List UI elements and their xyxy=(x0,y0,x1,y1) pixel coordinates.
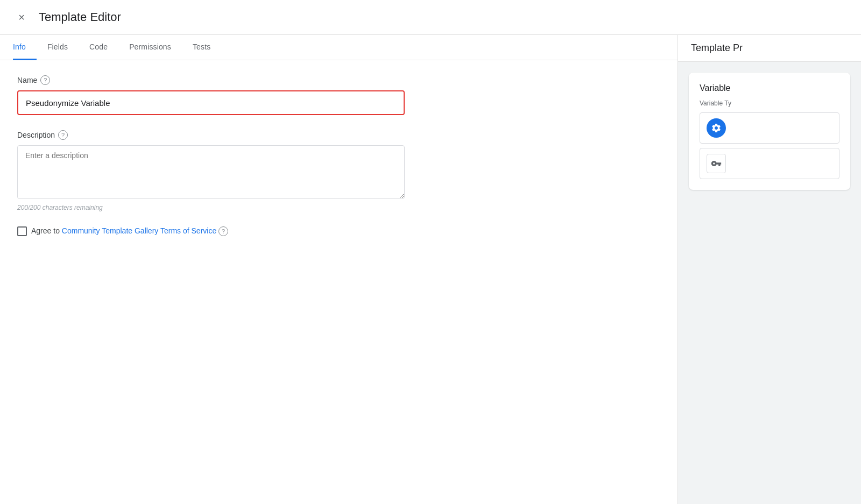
name-label-text: Name xyxy=(17,76,37,84)
variable-title: Variable xyxy=(700,83,839,93)
description-label-text: Description xyxy=(17,131,55,139)
tab-permissions[interactable]: Permissions xyxy=(118,35,182,60)
right-panel-title-text: Template Pr xyxy=(691,42,743,53)
tab-content-info: Name ? Description ? 200/200 characters … xyxy=(0,60,677,504)
right-panel: Template Pr Variable Variable Ty xyxy=(678,35,861,504)
tos-checkbox-row: Agree to Community Template Gallery Term… xyxy=(17,226,660,236)
close-button[interactable]: × xyxy=(13,9,30,26)
left-panel: Info Fields Code Permissions Tests Name … xyxy=(0,35,678,504)
description-label-row: Description ? xyxy=(17,130,660,140)
description-help-icon[interactable]: ? xyxy=(58,130,68,140)
variable-type-item-gear[interactable] xyxy=(700,112,839,144)
key-icon-box xyxy=(707,154,726,173)
variable-type-label: Variable Ty xyxy=(700,100,839,107)
tos-help-icon[interactable]: ? xyxy=(218,226,228,236)
tab-info[interactable]: Info xyxy=(13,35,37,60)
name-field-group: Name ? xyxy=(17,75,660,115)
tos-label-prefix: Agree to xyxy=(31,226,62,235)
variable-section: Variable Variable Ty xyxy=(689,73,850,190)
variable-type-list xyxy=(700,112,839,179)
description-textarea[interactable] xyxy=(17,145,405,199)
description-field-group: Description ? 200/200 characters remaini… xyxy=(17,130,660,211)
main-layout: Info Fields Code Permissions Tests Name … xyxy=(0,35,861,504)
tabs-bar: Info Fields Code Permissions Tests xyxy=(0,35,677,60)
key-icon xyxy=(711,158,722,169)
gear-icon-circle xyxy=(707,118,726,138)
tab-code[interactable]: Code xyxy=(79,35,118,60)
variable-type-item-key[interactable] xyxy=(700,148,839,179)
close-icon: × xyxy=(18,11,25,24)
char-counter: 200/200 characters remaining xyxy=(17,204,660,211)
name-label-row: Name ? xyxy=(17,75,660,85)
right-panel-title: Template Pr xyxy=(678,35,861,62)
app-container: × Template Editor Info Fields Code Permi… xyxy=(0,0,861,504)
page-title: Template Editor xyxy=(39,10,121,24)
tab-tests[interactable]: Tests xyxy=(182,35,221,60)
name-help-icon[interactable]: ? xyxy=(40,75,50,85)
right-panel-content: Variable Variable Ty xyxy=(678,62,861,201)
tos-label: Agree to Community Template Gallery Term… xyxy=(31,226,228,236)
name-input[interactable] xyxy=(17,90,405,115)
tos-checkbox[interactable] xyxy=(17,226,27,236)
header: × Template Editor xyxy=(0,0,861,35)
tos-link[interactable]: Community Template Gallery Terms of Serv… xyxy=(62,226,216,235)
gear-icon xyxy=(711,123,722,133)
tab-fields[interactable]: Fields xyxy=(37,35,79,60)
